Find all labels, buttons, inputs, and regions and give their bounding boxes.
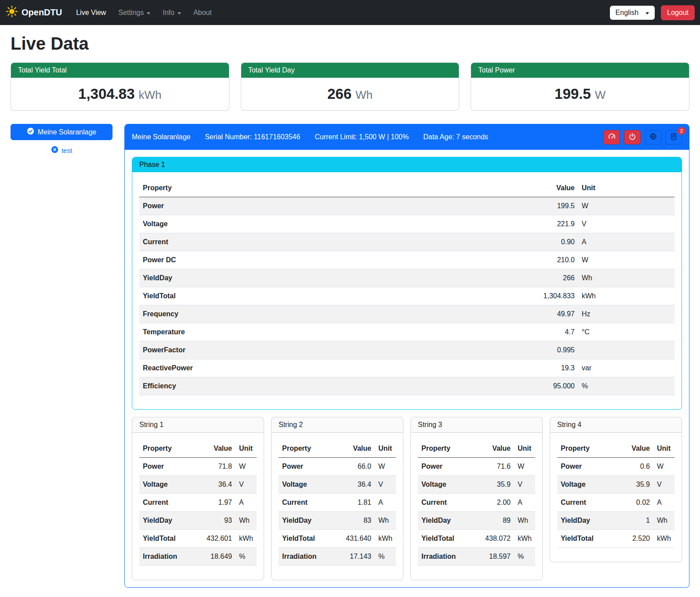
test-inverter-link[interactable]: test [62, 147, 72, 154]
property-cell: YieldDay [139, 269, 402, 287]
column-header-value: Value [193, 440, 236, 458]
unit-cell: kWh [236, 530, 257, 548]
inverter-select-button[interactable]: Meine Solaranlage [11, 124, 112, 140]
property-cell: YieldDay [279, 512, 333, 530]
table-body: Power199.5WVoltage221.9VCurrent0.90APowe… [139, 197, 675, 395]
string-4-card: String 4 Property Value Unit [550, 417, 682, 562]
string-3-card: String 3 Property Value Unit [410, 417, 543, 580]
page-title: Live Data [11, 34, 689, 54]
language-select[interactable]: English [610, 6, 655, 20]
table-row: Voltage35.9V [418, 476, 535, 494]
unit-cell: % [514, 548, 535, 566]
value-cell: 431.640 [333, 530, 375, 548]
value-cell: 19.3 [402, 359, 578, 377]
unit-cell: A [236, 494, 257, 512]
table-row: Irradiation18.649% [139, 548, 257, 566]
property-cell: Power [557, 458, 616, 476]
property-cell: Current [418, 494, 472, 512]
inverter-name: Meine Solaranlage [132, 133, 190, 141]
value-cell: 438.072 [472, 530, 514, 548]
table-body: Power71.6WVoltage35.9VCurrent2.00AYieldD… [418, 458, 535, 566]
logout-button[interactable]: Logout [661, 5, 695, 20]
brand-home-link[interactable]: OpenDTU [5, 5, 62, 20]
string-1-card: String 1 Property Value Unit [132, 417, 264, 580]
x-circle-icon[interactable] [51, 146, 58, 155]
column-header-value: Value [472, 440, 514, 458]
unit-cell: % [236, 548, 257, 566]
inverter-panel-body: Phase 1 Property Value Unit Power199.5WV… [125, 150, 689, 587]
value-cell: 71.8 [193, 458, 236, 476]
value-cell: 83 [333, 512, 375, 530]
value-cell: 89 [472, 512, 514, 530]
table-header-row: Property Value Unit [557, 440, 675, 458]
string-3-title: String 3 [411, 417, 542, 433]
table-head: Property Value Unit [279, 440, 396, 458]
unit-cell: V [514, 476, 535, 494]
unit-cell: V [236, 476, 257, 494]
card-body: 1,304.83kWh [11, 78, 229, 110]
unit-cell: W [514, 458, 535, 476]
card-body: 199.5W [471, 78, 689, 110]
nav-item-live-view[interactable]: Live View [70, 5, 112, 20]
unit-cell: % [375, 548, 396, 566]
property-cell: YieldTotal [557, 530, 616, 548]
property-cell: YieldDay [139, 512, 193, 530]
string-3-table: Property Value Unit Power71.6WVoltage35.… [418, 440, 535, 566]
value-cell: 71.6 [472, 458, 514, 476]
table-row: PowerFactor0.995 [139, 341, 675, 359]
value-cell: 93 [193, 512, 236, 530]
table-row: YieldTotal431.640kWh [279, 530, 396, 548]
unit-cell: Wh [578, 269, 675, 287]
unit-cell: W [578, 197, 675, 215]
nav-item-about[interactable]: About [187, 5, 218, 20]
property-cell: YieldTotal [139, 287, 402, 305]
value-cell: 0.02 [616, 494, 653, 512]
column-header-unit: Unit [236, 440, 257, 458]
value-cell: 36.4 [333, 476, 375, 494]
value-cell: 35.9 [616, 476, 653, 494]
property-cell: Voltage [279, 476, 333, 494]
limit-settings-button[interactable] [603, 130, 620, 145]
table-row: ReactivePower19.3var [139, 359, 675, 377]
power-icon [628, 133, 636, 142]
nav-item-info[interactable]: Info [156, 5, 187, 20]
phase-1-card: Phase 1 Property Value Unit Power199.5WV… [132, 157, 682, 410]
table-row: Voltage36.4V [139, 476, 257, 494]
table-header-row: Property Value Unit [418, 440, 535, 458]
unit-cell: V [653, 476, 675, 494]
inverter-panel: Meine Solaranlage Serial Number: 1161716… [124, 124, 689, 588]
column-header-property: Property [557, 440, 616, 458]
column-header-value: Value [616, 440, 653, 458]
table-row: Irradiation17.143% [279, 548, 396, 566]
value-cell: 199.5 [402, 197, 578, 215]
value-cell: 0.995 [402, 341, 578, 359]
property-cell: Current [139, 494, 193, 512]
value-cell: 4.7 [402, 323, 578, 341]
total-yield-day-value: 266 [327, 86, 352, 102]
event-log-button[interactable]: 2 [665, 130, 682, 145]
table-row: YieldTotal432.601kWh [139, 530, 257, 548]
check-circle-icon [27, 127, 34, 137]
table-row: Power71.8W [139, 458, 257, 476]
table-body: Power0.6WVoltage35.9VCurrent0.02AYieldDa… [557, 458, 675, 548]
phase-1-body: Property Value Unit Power199.5WVoltage22… [132, 172, 682, 409]
value-cell: 35.9 [472, 476, 514, 494]
nav-item-settings[interactable]: Settings [112, 5, 156, 20]
property-cell: Frequency [139, 305, 402, 323]
property-cell: YieldDay [557, 512, 616, 530]
language-select-value: English [616, 9, 638, 17]
unit-cell: Wh [236, 512, 257, 530]
total-power-unit: W [595, 88, 606, 101]
unit-cell: W [375, 458, 396, 476]
value-cell: 266 [402, 269, 578, 287]
property-cell: Current [279, 494, 333, 512]
power-button[interactable] [624, 130, 641, 145]
card-title: Total Power [471, 63, 689, 78]
table-head: Property Value Unit [139, 440, 257, 458]
table-header-row: Property Value Unit [139, 179, 675, 197]
device-info-button[interactable] [645, 130, 661, 145]
journal-icon [670, 133, 678, 142]
table-row: Power71.6W [418, 458, 535, 476]
unit-cell: V [578, 215, 675, 233]
table-row: Current2.00A [418, 494, 535, 512]
